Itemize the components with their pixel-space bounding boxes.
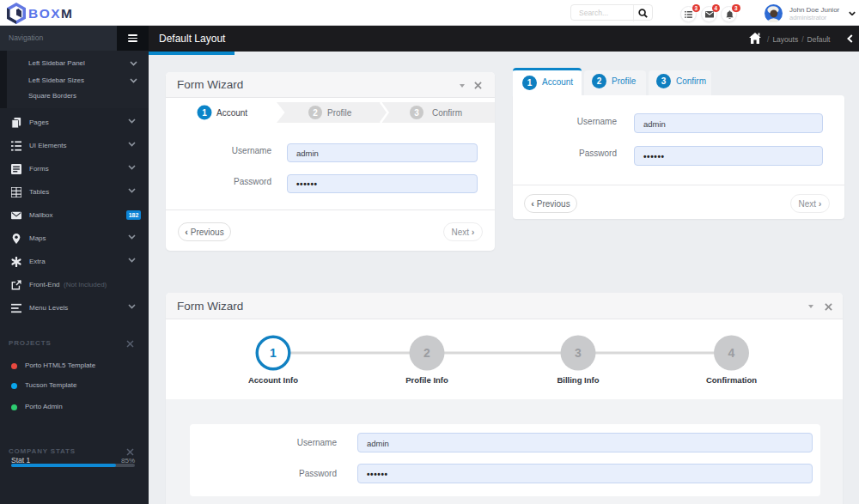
svg-text:4: 4 (728, 346, 735, 360)
svg-text:Account Info: Account Info (248, 375, 298, 385)
svg-text:Profile Info: Profile Info (405, 375, 448, 385)
svg-text:Account: Account (216, 108, 247, 118)
svg-text:2: 2 (313, 108, 318, 118)
svg-text:Billing Info: Billing Info (557, 375, 599, 385)
svg-text:2: 2 (423, 346, 430, 360)
svg-text:Confirm: Confirm (432, 108, 462, 118)
svg-text:1: 1 (270, 346, 277, 360)
svg-text:3: 3 (575, 346, 582, 360)
svg-text:Profile: Profile (327, 108, 352, 118)
svg-text:Confirmation: Confirmation (706, 375, 757, 385)
svg-text:1: 1 (202, 108, 207, 118)
svg-text:3: 3 (414, 108, 419, 118)
